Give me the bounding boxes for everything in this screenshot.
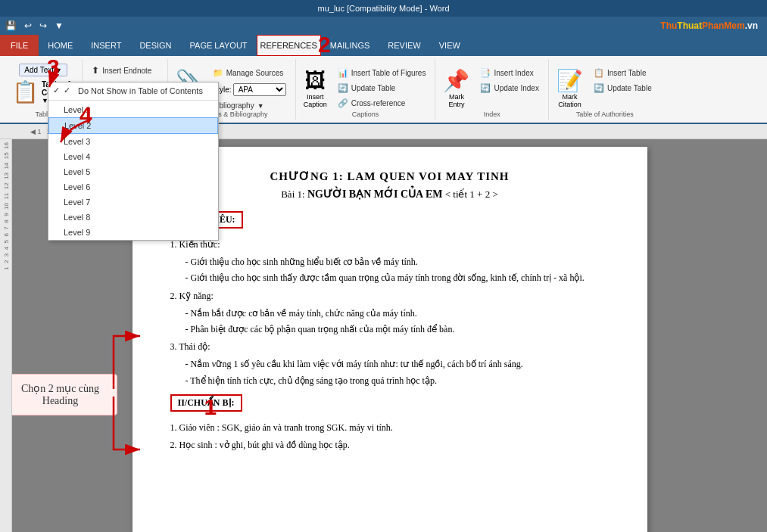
insert-tof-label: Insert Table of Figures bbox=[351, 69, 426, 77]
dropdown-item-level3[interactable]: Level 3 bbox=[48, 134, 218, 149]
group-captions: 🖼 InsertCaption 📊 Insert Table of Figure… bbox=[296, 59, 436, 120]
customize-icon[interactable]: ▼ bbox=[52, 20, 66, 32]
dropdown-level7-label: Level 7 bbox=[64, 198, 90, 207]
cross-ref-label: Cross-reference bbox=[351, 99, 406, 107]
dropdown-level6-label: Level 6 bbox=[64, 182, 90, 191]
dropdown-item-level4[interactable]: Level 4 bbox=[48, 149, 218, 164]
annotation-number-1-bottom: 1 bbox=[204, 394, 217, 420]
insert-table-auth-icon: 📋 bbox=[594, 68, 604, 78]
add-text-dropdown: ✓ Do Not Show in Table of Contents Level… bbox=[48, 82, 219, 241]
mark-entry-icon: 📌 bbox=[443, 68, 469, 93]
dropdown-do-not-show-label: Do Not Show in Table of Contents bbox=[78, 86, 203, 95]
mark-entry-button[interactable]: 📌 MarkEntry bbox=[440, 64, 472, 110]
tab-references[interactable]: REFERENCES bbox=[257, 35, 321, 56]
mark-citation-label: MarkCitation bbox=[558, 93, 581, 108]
doc-attitude-1: - Nắm vững 1 số yêu cầu khi làm việc với… bbox=[186, 357, 610, 372]
insert-index-label: Insert Index bbox=[494, 69, 533, 77]
doc-subtitle: Bài 1: NGƯỜI BẠN MỚI CỦA EM < tiết 1 + 2… bbox=[170, 188, 610, 201]
insert-endnote-button[interactable]: ⬆ Insert Endnote bbox=[87, 64, 156, 77]
doc-materials-teacher: 1. Giáo viên : SGK, giáo án và tranh tro… bbox=[170, 421, 610, 435]
group-index: 📌 MarkEntry 📑 Insert Index 🔄 Update Inde… bbox=[435, 59, 549, 120]
dropdown-item-level6[interactable]: Level 6 bbox=[48, 179, 218, 194]
captions-group-content: 🖼 InsertCaption 📊 Insert Table of Figure… bbox=[301, 61, 431, 110]
bibliography-button[interactable]: Bibliography ▼ bbox=[208, 100, 291, 111]
vertical-ruler: 1 2 3 4 5 6 7 8 9 10 11 12 13 14 15 16 bbox=[0, 139, 12, 532]
ribbon-tabs: FILE HOME INSERT DESIGN PAGE LAYOUT REFE… bbox=[0, 35, 767, 56]
logo: ThuThuatPhanMem.vn bbox=[660, 20, 764, 31]
insert-index-button[interactable]: 📑 Insert Index bbox=[475, 67, 544, 79]
dropdown-item-do-not-show[interactable]: ✓ Do Not Show in Table of Contents bbox=[48, 82, 218, 98]
dropdown-level9-label: Level 9 bbox=[64, 228, 90, 237]
update-table-icon: 🔄 bbox=[338, 83, 348, 93]
dropdown-item-level5[interactable]: Level 5 bbox=[48, 164, 218, 179]
doc-knowledge-2: - Giới thiệu cho học sinh thấy được tầm … bbox=[186, 271, 610, 285]
add-text-button[interactable]: Add Text ▼ bbox=[19, 64, 67, 76]
mark-entry-label: MarkEntry bbox=[448, 93, 464, 108]
insert-table-of-figures-button[interactable]: 📊 Insert Table of Figures bbox=[333, 67, 431, 79]
cross-reference-button[interactable]: 🔗 Cross-reference bbox=[333, 97, 431, 110]
toa-group-label: Table of Authorities bbox=[549, 110, 661, 118]
update-table-button[interactable]: 🔄 Update Table bbox=[333, 82, 431, 95]
tab-insert[interactable]: INSERT bbox=[82, 35, 130, 56]
insert-caption-button[interactable]: 🖼 InsertCaption bbox=[301, 64, 330, 110]
insert-table-auth-button[interactable]: 📋 Insert Table bbox=[589, 67, 656, 79]
insert-caption-label: InsertCaption bbox=[304, 93, 327, 108]
redo-icon[interactable]: ↪ bbox=[37, 20, 49, 32]
add-text-arrow: ▼ bbox=[55, 67, 62, 74]
tab-home[interactable]: HOME bbox=[39, 35, 82, 56]
insert-index-icon: 📑 bbox=[480, 68, 491, 78]
insert-endnote-icon: ⬆ bbox=[92, 65, 99, 76]
dropdown-level4-label: Level 4 bbox=[64, 152, 90, 161]
mark-citation-button[interactable]: 📝 MarkCitation bbox=[553, 64, 586, 110]
doc-chapter-title: CHƯƠNG 1: LAM QUEN VOI MAY TINH bbox=[170, 170, 610, 183]
tab-file[interactable]: FILE bbox=[0, 35, 39, 56]
doc-skills-2: - Phân biệt được các bộ phận quan trọng … bbox=[186, 322, 610, 337]
insert-endnote-label: Insert Endnote bbox=[102, 67, 151, 75]
index-group-label: Index bbox=[435, 110, 548, 118]
captions-group-label: Captions bbox=[296, 110, 435, 118]
style-select[interactable]: APA MLA Chicago bbox=[233, 83, 286, 96]
style-row: Style: APA MLA Chicago bbox=[208, 82, 291, 98]
update-table-auth-icon: 🔄 bbox=[594, 83, 604, 93]
logo-phanmem: PhanMem bbox=[702, 20, 745, 31]
insert-table-auth-label: Insert Table bbox=[607, 69, 647, 77]
toc-icon: 📋 bbox=[12, 79, 39, 104]
insert-caption-icon: 🖼 bbox=[304, 68, 326, 93]
tab-review[interactable]: REVIEW bbox=[379, 35, 429, 56]
dropdown-item-level9[interactable]: Level 9 bbox=[48, 225, 218, 240]
dropdown-item-level2[interactable]: Level 2 bbox=[48, 117, 218, 134]
dropdown-item-level8[interactable]: Level 8 bbox=[48, 210, 218, 225]
insert-tof-icon: 📊 bbox=[338, 68, 348, 78]
dropdown-divider bbox=[48, 100, 218, 101]
tab-design[interactable]: DESIGN bbox=[130, 35, 180, 56]
tab-mailings[interactable]: MAILINGS bbox=[321, 35, 379, 56]
tab-view[interactable]: VIEW bbox=[430, 35, 469, 56]
manage-sources-button[interactable]: 📁 Manage Sources bbox=[208, 67, 291, 79]
title-text: mu_luc [Compatibility Mode] - Word bbox=[317, 4, 449, 13]
undo-icon[interactable]: ↩ bbox=[22, 20, 34, 32]
dropdown-level2-label: Level 2 bbox=[64, 121, 91, 130]
logo-thuat: Thuat bbox=[677, 20, 702, 31]
update-index-button[interactable]: 🔄 Update Index bbox=[475, 82, 544, 95]
dropdown-level1-label: Level 1 bbox=[64, 105, 90, 114]
dropdown-level3-label: Level 3 bbox=[64, 137, 90, 146]
doc-attitude-label: 3. Thái độ: bbox=[170, 340, 610, 354]
doc-knowledge-label: 1. Kiến thức: bbox=[170, 238, 610, 252]
dropdown-item-level1[interactable]: Level 1 bbox=[48, 102, 218, 117]
quick-access-toolbar: 💾 ↩ ↪ ▼ ThuThuatPhanMem.vn bbox=[0, 17, 767, 35]
update-table-auth-button[interactable]: 🔄 Update Table bbox=[589, 82, 656, 95]
update-table-label: Update Table bbox=[351, 84, 396, 92]
dropdown-level8-label: Level 8 bbox=[64, 213, 90, 222]
logo-thu: Thu bbox=[660, 20, 677, 31]
annotation-box: Chọn 2 mục cùngHeading bbox=[12, 374, 117, 415]
update-index-label: Update Index bbox=[494, 84, 539, 92]
tab-page-layout[interactable]: PAGE LAYOUT bbox=[181, 35, 257, 56]
dropdown-item-level7[interactable]: Level 7 bbox=[48, 194, 218, 210]
add-text-label: Add Text bbox=[24, 66, 54, 74]
manage-sources-icon: 📁 bbox=[213, 68, 223, 78]
title-bar: mu_luc [Compatibility Mode] - Word bbox=[0, 0, 767, 17]
doc-skills-label: 2. Kỹ năng: bbox=[170, 289, 610, 303]
doc-attitude-2: - Thể hiện tính tích cực, chủ động sáng … bbox=[186, 374, 610, 388]
logo-vn: .vn bbox=[745, 20, 758, 31]
save-icon[interactable]: 💾 bbox=[3, 20, 19, 32]
